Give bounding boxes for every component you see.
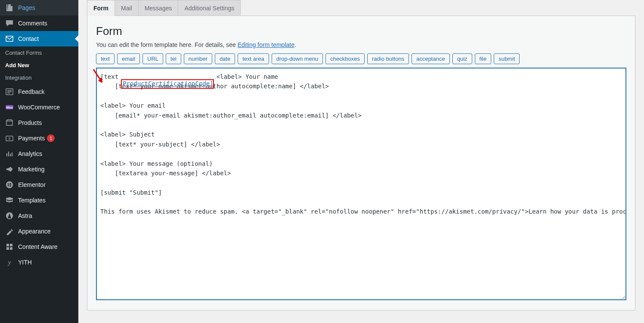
main-content: Form Mail Messages Additional Settings F… xyxy=(78,0,644,323)
sidebar-label: Products xyxy=(18,119,42,126)
svg-rect-15 xyxy=(10,247,12,250)
sidebar-label: Analytics xyxy=(18,150,42,157)
sidebar-label: WooCommerce xyxy=(18,104,60,111)
templates-icon xyxy=(5,196,14,205)
svg-rect-7 xyxy=(8,183,9,186)
sidebar-label: Feedback xyxy=(18,88,44,95)
sidebar-item-contact[interactable]: Contact xyxy=(0,31,78,47)
tag-number-button[interactable]: number xyxy=(184,53,212,64)
sidebar-item-templates[interactable]: Templates xyxy=(0,193,78,208)
tag-checkboxes-button[interactable]: checkboxes xyxy=(325,53,365,64)
products-icon xyxy=(5,118,14,127)
svg-rect-8 xyxy=(9,183,11,184)
tag-submit-button[interactable]: submit xyxy=(494,53,520,64)
tag-email-button[interactable]: email xyxy=(117,53,140,64)
tag-dropdown-button[interactable]: drop-down menu xyxy=(272,53,323,64)
form-template-editor[interactable] xyxy=(96,68,626,300)
pages-icon xyxy=(5,3,14,12)
sidebar-label: YITH xyxy=(18,259,32,266)
sidebar-item-marketing[interactable]: Marketing xyxy=(0,162,78,177)
svg-rect-12 xyxy=(6,244,9,246)
sidebar-label: Contact xyxy=(18,35,39,42)
payments-badge: 1 xyxy=(47,134,55,142)
sidebar-label: Marketing xyxy=(18,166,44,173)
contentaware-icon xyxy=(5,242,14,251)
svg-rect-3 xyxy=(6,121,12,125)
submenu-add-new[interactable]: Add New xyxy=(0,59,78,71)
feedback-icon xyxy=(5,87,14,96)
sidebar-item-payments[interactable]: $ Payments 1 xyxy=(0,130,78,146)
editing-template-link[interactable]: Editing form template xyxy=(238,41,294,48)
sidebar-label: Pages xyxy=(18,4,35,11)
sidebar-item-comments[interactable]: Comments xyxy=(0,16,78,31)
panel-heading: Form xyxy=(96,25,626,38)
sidebar-label: Payments xyxy=(18,135,45,142)
svg-text:Woo: Woo xyxy=(6,106,12,109)
tag-date-button[interactable]: date xyxy=(215,53,235,64)
form-panel: Form You can edit the form template here… xyxy=(87,16,635,311)
marketing-icon xyxy=(5,165,14,174)
tab-mail[interactable]: Mail xyxy=(115,0,139,16)
sidebar-item-products[interactable]: Products xyxy=(0,115,78,130)
yith-icon: y xyxy=(5,258,14,267)
sidebar-label: Astra xyxy=(18,212,32,219)
tab-form[interactable]: Form xyxy=(87,0,115,16)
tab-messages[interactable]: Messages xyxy=(138,0,179,16)
svg-rect-14 xyxy=(6,247,9,250)
appearance-icon xyxy=(5,227,14,236)
submenu-integration[interactable]: Integration xyxy=(0,71,78,84)
submenu-contact-forms[interactable]: Contact Forms xyxy=(0,47,78,59)
tag-quiz-button[interactable]: quiz xyxy=(452,53,472,64)
panel-description: You can edit the form template here. For… xyxy=(96,41,626,48)
sidebar-item-pages[interactable]: Pages xyxy=(0,0,78,16)
svg-rect-10 xyxy=(9,186,11,186)
tag-buttons-row: text email URL tel number date text area… xyxy=(96,53,626,64)
sidebar-label: Elementor xyxy=(18,181,46,188)
svg-rect-9 xyxy=(9,184,11,185)
comments-icon xyxy=(5,19,14,28)
tag-radio-button[interactable]: radio buttons xyxy=(367,53,409,64)
tag-file-button[interactable]: file xyxy=(475,53,492,64)
tag-text-button[interactable]: text xyxy=(96,53,115,64)
svg-rect-13 xyxy=(10,244,12,246)
sidebar-item-astra[interactable]: Astra xyxy=(0,208,78,224)
analytics-icon xyxy=(5,149,14,158)
sidebar-label: Comments xyxy=(18,20,47,27)
sidebar-item-yith[interactable]: y YITH xyxy=(0,255,78,270)
astra-icon xyxy=(5,211,14,220)
sidebar-item-appearance[interactable]: Appearance xyxy=(0,224,78,239)
sidebar-item-contentaware[interactable]: Content Aware xyxy=(0,239,78,255)
sidebar-label: Appearance xyxy=(18,228,51,235)
sidebar-label: Templates xyxy=(18,197,46,204)
contact-icon xyxy=(5,34,14,43)
tag-url-button[interactable]: URL xyxy=(142,53,163,64)
payments-icon: $ xyxy=(5,134,14,143)
elementor-icon xyxy=(5,180,14,189)
tag-textarea-button[interactable]: text area xyxy=(238,53,269,64)
sidebar-item-feedback[interactable]: Feedback xyxy=(0,84,78,99)
settings-tabs: Form Mail Messages Additional Settings xyxy=(87,0,644,16)
tag-tel-button[interactable]: tel xyxy=(166,53,181,64)
tag-acceptance-button[interactable]: acceptance xyxy=(412,53,450,64)
sidebar-item-woocommerce[interactable]: Woo WooCommerce xyxy=(0,99,78,115)
sidebar-item-elementor[interactable]: Elementor xyxy=(0,177,78,193)
sidebar-label: Content Aware xyxy=(18,243,58,250)
admin-sidebar: Pages Comments Contact Contact Forms Add… xyxy=(0,0,78,323)
sidebar-submenu: Contact Forms Add New Integration xyxy=(0,47,78,84)
tab-additional-settings[interactable]: Additional Settings xyxy=(178,0,241,16)
sidebar-item-analytics[interactable]: Analytics xyxy=(0,146,78,162)
svg-text:y: y xyxy=(7,259,11,266)
svg-text:$: $ xyxy=(9,137,11,140)
woo-icon: Woo xyxy=(5,103,14,112)
